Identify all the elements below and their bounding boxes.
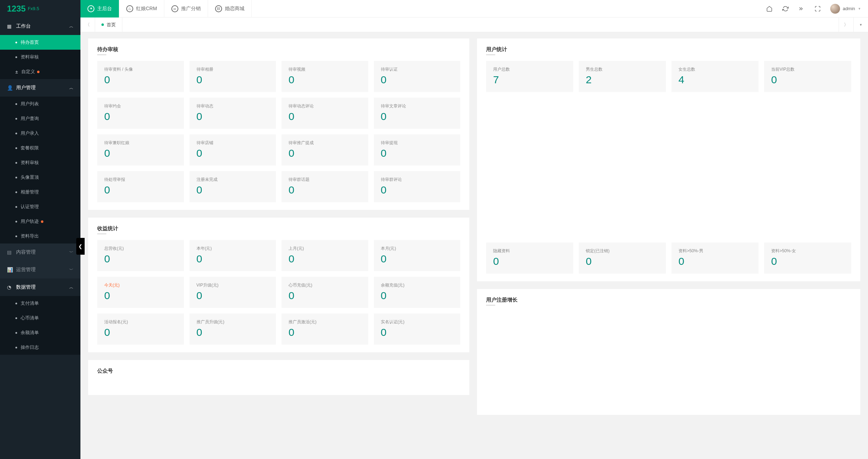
refresh-icon[interactable] <box>782 5 789 12</box>
user-icon: 👤 <box>7 85 13 91</box>
sidegroup-content[interactable]: ▤ 内容管理 ﹀ <box>0 243 80 261</box>
stat-tile[interactable]: 资料>50%-男0 <box>671 242 759 274</box>
stat-value: 0 <box>104 290 177 302</box>
stat-tile[interactable]: 待审资料 / 头像0 <box>97 61 184 92</box>
stat-tile[interactable]: 余额充值(元)0 <box>374 277 461 308</box>
sidegroup-ops[interactable]: 📊 运营管理 ﹀ <box>0 261 80 278</box>
stat-tile[interactable]: 待审约会0 <box>97 98 184 129</box>
stat-tile[interactable]: 推广员升级(元)0 <box>190 313 276 345</box>
stat-value: 0 <box>678 255 752 267</box>
topnav-main[interactable]: ✦ 主后台 <box>80 0 119 17</box>
sidebar-item[interactable]: ±自定义 <box>0 64 80 79</box>
stat-tile[interactable]: 待审兼职红娘0 <box>97 134 184 165</box>
stat-label: 用户总数 <box>493 66 566 72</box>
stat-tile[interactable]: 女生总数4 <box>671 61 759 92</box>
sidebar-item[interactable]: 资料审核 <box>0 50 80 64</box>
stat-label: 推广员激活(元) <box>289 319 361 325</box>
stat-value: 0 <box>197 326 269 338</box>
fullscreen-icon[interactable] <box>814 5 821 12</box>
sidebar-item[interactable]: 操作日志 <box>0 340 80 355</box>
sidebar-item[interactable]: 用户列表 <box>0 97 80 111</box>
tabstrip-prev-button[interactable]: 〈 <box>80 17 95 32</box>
stat-value: 0 <box>104 74 177 86</box>
divider <box>97 233 106 234</box>
stat-tile[interactable]: 待处理举报0 <box>97 171 184 202</box>
stat-tile[interactable]: 待审动态0 <box>190 98 276 129</box>
sidebar-item[interactable]: 相册管理 <box>0 185 80 199</box>
stat-label: 待审兼职红娘 <box>104 140 177 146</box>
sidebar-item[interactable]: 余额清单 <box>0 325 80 340</box>
flame-icon: ♨ <box>126 5 133 12</box>
sidebar-item[interactable]: 心币清单 <box>0 311 80 325</box>
stat-value: 2 <box>586 74 659 86</box>
sidebar-item[interactable]: 用户查询 <box>0 111 80 126</box>
user-name: admin <box>843 6 855 11</box>
stat-tile[interactable]: 本月(元)0 <box>374 240 461 271</box>
stat-tile[interactable]: 用户总数7 <box>486 61 573 92</box>
stat-tile[interactable]: 待审文章评论0 <box>374 98 461 129</box>
dot-icon <box>15 177 17 178</box>
user-chip[interactable]: admin ▼ <box>830 4 861 14</box>
sidebar-item[interactable]: 套餐权限 <box>0 141 80 155</box>
stat-tile[interactable]: VIP升级(元)0 <box>190 277 276 308</box>
stat-tile[interactable]: 待审相册0 <box>190 61 276 92</box>
stat-tile[interactable]: 推广员激活(元)0 <box>282 313 368 345</box>
stat-value: 0 <box>289 290 361 302</box>
sidebar-item[interactable]: 认证管理 <box>0 199 80 214</box>
home-icon[interactable] <box>766 5 773 12</box>
sidebar-item[interactable]: 支付清单 <box>0 296 80 311</box>
stat-tile[interactable]: 注册未完成0 <box>190 171 276 202</box>
stat-tile[interactable]: 男生总数2 <box>579 61 666 92</box>
sidebar-collapse-handle[interactable]: ❮ <box>76 238 85 255</box>
sidebar-item[interactable]: 用户录入 <box>0 126 80 141</box>
stat-tile[interactable]: 待审店铺0 <box>190 134 276 165</box>
sidebar-item[interactable]: 资料导出 <box>0 229 80 243</box>
tab-home[interactable]: 首页 <box>95 17 122 32</box>
stat-tile[interactable]: 总营收(元)0 <box>97 240 184 271</box>
stat-tile[interactable]: 实名认证(元)0 <box>374 313 461 345</box>
main-right-col: 用户统计 用户总数7男生总数2女生总数4当前VIP总数0 隐藏资料0锁定(已注销… <box>477 38 860 453</box>
sidebar-item-label: 用户查询 <box>21 115 39 122</box>
sidebar-item[interactable]: 用户轨迹 <box>0 214 80 229</box>
sidebar-item[interactable]: 待办首页 <box>0 35 80 50</box>
sidegroup-users[interactable]: 👤 用户管理 ︿ <box>0 79 80 97</box>
stat-tile[interactable]: 资料>50%-女0 <box>764 242 851 274</box>
stat-tile[interactable]: 待审推广提成0 <box>282 134 368 165</box>
stat-tile[interactable]: 当前VIP总数0 <box>764 61 851 92</box>
stat-tile[interactable]: 本年(元)0 <box>190 240 276 271</box>
tabstrip-next-button[interactable]: 〉 <box>839 17 853 32</box>
stat-tile[interactable]: 上月(元)0 <box>282 240 368 271</box>
stat-label: 总营收(元) <box>104 246 177 252</box>
stat-tile[interactable]: 活动报名(元)0 <box>97 313 184 345</box>
clear-icon[interactable] <box>798 5 805 12</box>
sidebar-item[interactable]: 头像置顶 <box>0 170 80 185</box>
topnav-mall[interactable]: ⊟ 婚恋商城 <box>208 0 252 17</box>
stat-tile[interactable]: 待审群评论0 <box>374 171 461 202</box>
stat-tile[interactable]: 锁定(已注销)0 <box>579 242 666 274</box>
topnav-crm[interactable]: ♨ 红娘CRM <box>119 0 164 17</box>
stat-tile[interactable]: 待审群话题0 <box>282 171 368 202</box>
sidebar-item-label: 资料导出 <box>21 233 39 239</box>
stat-tile[interactable]: 隐藏资料0 <box>486 242 573 274</box>
grid-icon: ▦ <box>7 23 13 29</box>
topnav-promo[interactable]: ∞ 推广分销 <box>164 0 208 17</box>
stat-tile[interactable]: 待审认证0 <box>374 61 461 92</box>
stat-tile[interactable]: 待审动态评论0 <box>282 98 368 129</box>
stat-tile[interactable]: 待审提现0 <box>374 134 461 165</box>
tabstrip-menu-button[interactable]: ▼ <box>853 17 868 32</box>
stat-tile[interactable]: 待审视频0 <box>282 61 368 92</box>
stat-value: 0 <box>104 111 177 122</box>
stat-label: 待审店铺 <box>197 140 269 146</box>
dot-icon <box>15 221 17 223</box>
sidegroup-workbench[interactable]: ▦ 工作台 ︿ <box>0 17 80 35</box>
sidegroup-data[interactable]: ◔ 数据管理 ︿ <box>0 278 80 296</box>
sidebar-item-label: 资料审核 <box>21 160 39 166</box>
stat-tile[interactable]: 今天(元)0 <box>97 277 184 308</box>
topnav-label: 婚恋商城 <box>225 6 244 12</box>
card-user-stats: 用户统计 用户总数7男生总数2女生总数4当前VIP总数0 隐藏资料0锁定(已注销… <box>477 38 860 281</box>
sidebar-item[interactable]: 资料审核 <box>0 155 80 170</box>
badge-dot-icon <box>41 220 43 223</box>
dot-icon <box>15 303 17 304</box>
user-stats-chart-area <box>486 92 851 242</box>
stat-tile[interactable]: 心币充值(元)0 <box>282 277 368 308</box>
